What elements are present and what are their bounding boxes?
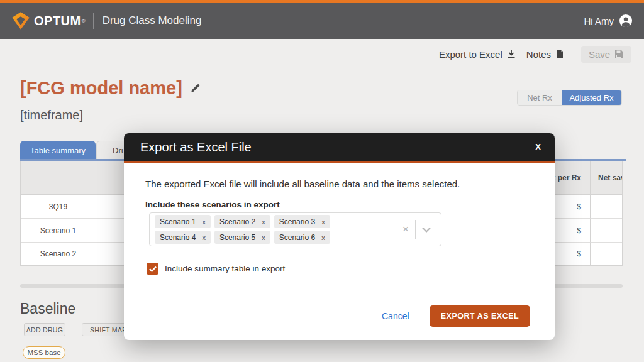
- chip-remove-icon[interactable]: x: [262, 218, 265, 226]
- optum-logo-icon: [11, 11, 30, 30]
- table-row-label: Scenario 2: [21, 243, 96, 266]
- notes-document-icon: [555, 49, 565, 59]
- table-cell: [591, 195, 622, 219]
- toolbar: Export to Excel Notes Save: [0, 39, 644, 69]
- user-avatar-icon[interactable]: [619, 14, 633, 28]
- net-rx-button[interactable]: Net Rx: [518, 90, 562, 105]
- table-cell: [591, 219, 622, 243]
- include-summary-label: Include summary table in export: [165, 264, 285, 273]
- cancel-button[interactable]: Cancel: [382, 311, 409, 321]
- brand-name: OPTUM: [34, 14, 81, 28]
- export-to-excel-label: Export to Excel: [439, 49, 502, 60]
- topbar: OPTUM® Drug Class Modeling Hi Amy: [0, 0, 644, 39]
- summary-table-checkbox-row: Include summary table in export: [147, 263, 285, 275]
- scenario-chip[interactable]: Scenario 4x: [155, 231, 211, 244]
- scenario-chip-label: Scenario 4: [160, 233, 196, 242]
- check-icon: [149, 266, 157, 272]
- scenario-chip[interactable]: Scenario 6x: [274, 231, 330, 244]
- save-button[interactable]: Save: [581, 46, 631, 63]
- table-row-label: Scenario 1: [21, 219, 96, 243]
- rx-toggle-group: Net Rx Adjusted Rx: [517, 90, 622, 106]
- chip-remove-icon[interactable]: x: [202, 234, 206, 241]
- save-label: Save: [589, 49, 610, 60]
- table-row-label: 3Q19: [21, 195, 96, 219]
- export-modal-description: The exported Excel file will include all…: [145, 178, 460, 189]
- mss-base-chip[interactable]: MSS base: [23, 346, 65, 359]
- brand-registered-mark: ®: [82, 18, 86, 24]
- scenario-chip-label: Scenario 5: [219, 233, 255, 242]
- scenario-chip-list: Scenario 1x Scenario 2x Scenario 3x Scen…: [153, 214, 386, 245]
- chevron-down-icon[interactable]: [416, 227, 437, 233]
- export-modal-title: Export as Excel File: [140, 140, 252, 155]
- scenario-chip-label: Scenario 6: [279, 233, 315, 242]
- scenario-chip-label: Scenario 1: [160, 217, 196, 226]
- chip-remove-icon[interactable]: x: [321, 218, 325, 226]
- export-modal: Export as Excel File X The exported Exce…: [124, 133, 555, 340]
- close-icon[interactable]: X: [535, 142, 541, 151]
- scenario-chip[interactable]: Scenario 2x: [214, 215, 270, 228]
- notes-button[interactable]: Notes: [526, 49, 565, 60]
- topbar-divider: [93, 13, 94, 29]
- tab-table-summary[interactable]: Table summary: [20, 141, 96, 160]
- scenario-chip[interactable]: Scenario 3x: [274, 215, 330, 228]
- app-title: Drug Class Modeling: [103, 14, 202, 27]
- topbar-right: Hi Amy: [584, 14, 633, 28]
- clear-all-icon[interactable]: ×: [396, 223, 415, 236]
- adjusted-rx-button[interactable]: Adjusted Rx: [562, 90, 621, 105]
- chip-remove-icon[interactable]: x: [202, 218, 206, 226]
- timeframe-label: [timeframe]: [20, 108, 83, 123]
- user-greeting: Hi Amy: [584, 16, 614, 26]
- scenario-chip[interactable]: Scenario 1x: [155, 215, 211, 228]
- export-as-excel-button[interactable]: EXPORT AS EXCEL: [430, 305, 530, 327]
- chip-remove-icon[interactable]: x: [262, 234, 265, 241]
- table-header-net-savings: Net savi: [591, 161, 622, 195]
- add-drug-button[interactable]: ADD DRUG: [24, 323, 65, 336]
- export-modal-header: Export as Excel File: [124, 133, 555, 163]
- export-to-excel-button[interactable]: Export to Excel: [439, 49, 516, 60]
- scenario-chip[interactable]: Scenario 5x: [214, 231, 270, 244]
- table-cell: [591, 243, 622, 266]
- table-header-blank: [21, 161, 96, 195]
- scenarios-multiselect[interactable]: Scenario 1x Scenario 2x Scenario 3x Scen…: [149, 212, 441, 246]
- scenario-chip-label: Scenario 2: [219, 217, 255, 226]
- scenarios-select-label: Include these scenarios in export: [145, 200, 280, 209]
- app-root: OPTUM® Drug Class Modeling Hi Amy Export…: [0, 0, 644, 362]
- save-icon: [614, 49, 624, 59]
- include-summary-checkbox[interactable]: [147, 263, 158, 275]
- scenario-chip-label: Scenario 3: [279, 217, 315, 226]
- chip-remove-icon[interactable]: x: [321, 234, 325, 241]
- baseline-heading: Baseline: [20, 300, 75, 317]
- edit-pencil-icon[interactable]: [190, 83, 201, 94]
- page-title: [FCG model name]: [20, 78, 182, 99]
- download-icon: [506, 49, 516, 59]
- notes-label: Notes: [526, 49, 551, 60]
- multiselect-controls: ×: [396, 220, 437, 239]
